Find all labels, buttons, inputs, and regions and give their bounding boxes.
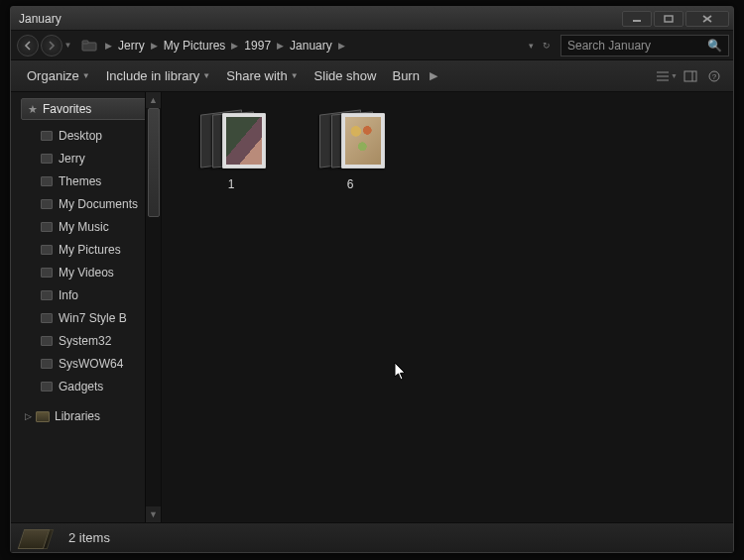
folder-icon — [41, 313, 53, 323]
sidebar-item-info[interactable]: Info — [11, 283, 161, 306]
chevron-down-icon: ▼ — [291, 71, 299, 80]
search-input[interactable]: Search January 🔍 — [560, 35, 729, 56]
chevron-right-icon: ▶ — [229, 41, 240, 51]
favorites-header[interactable]: ★ Favorites — [21, 98, 155, 120]
folder-icon — [41, 359, 53, 369]
breadcrumb-item[interactable]: January — [286, 39, 336, 53]
sidebar-scrollbar[interactable]: ▲ ▼ — [145, 92, 161, 522]
slideshow-button[interactable]: Slide show — [307, 64, 385, 88]
folder-icon — [41, 222, 53, 232]
chevron-right-icon: ▶ — [103, 41, 114, 51]
help-button[interactable]: ? — [703, 66, 725, 86]
forward-button[interactable] — [41, 35, 62, 56]
chevron-down-icon[interactable]: ▾ — [529, 41, 534, 51]
scroll-up-button[interactable]: ▲ — [146, 92, 161, 108]
sidebar-item-mydocuments[interactable]: My Documents — [11, 192, 161, 215]
chevron-right-icon: ▶ — [275, 41, 286, 51]
sidebar-item-win7styleb[interactable]: Win7 Style B — [11, 306, 161, 329]
back-button[interactable] — [17, 35, 39, 56]
chevron-right-icon: ▷ — [25, 411, 32, 421]
folder-icon — [41, 268, 53, 278]
minimize-button[interactable] — [622, 11, 652, 27]
burn-button[interactable]: Burn — [384, 64, 427, 88]
libraries-icon — [36, 411, 50, 422]
libraries-header[interactable]: ▷ Libraries — [11, 405, 161, 427]
maximize-icon — [664, 15, 674, 23]
svg-text:?: ? — [712, 72, 717, 81]
svg-rect-9 — [684, 71, 696, 81]
close-button[interactable] — [685, 11, 729, 27]
include-in-library-menu[interactable]: Include in library▼ — [98, 64, 219, 88]
folder-thumbnail — [196, 110, 266, 171]
folder-icon — [41, 154, 53, 164]
titlebar: January — [11, 7, 733, 31]
folder-icon — [41, 176, 53, 186]
sidebar-item-mymusic[interactable]: My Music — [11, 215, 161, 238]
arrow-left-icon — [23, 41, 33, 51]
maximize-button[interactable] — [654, 11, 683, 27]
svg-rect-1 — [665, 16, 673, 22]
chevron-down-icon: ▼ — [671, 72, 678, 79]
folder-item[interactable]: 1 — [191, 110, 271, 191]
pane-icon — [683, 70, 697, 82]
folder-icon — [41, 245, 53, 255]
sidebar-item-gadgets[interactable]: Gadgets — [11, 375, 161, 397]
folder-icon — [19, 527, 59, 549]
folder-icon — [41, 382, 53, 392]
share-with-menu[interactable]: Share with▼ — [218, 64, 306, 88]
breadcrumb-item[interactable]: 1997 — [240, 39, 275, 53]
sidebar-item-desktop[interactable]: Desktop — [11, 124, 161, 147]
refresh-button[interactable]: ↻ — [543, 41, 551, 51]
minimize-icon — [632, 15, 642, 23]
svg-rect-5 — [82, 41, 88, 44]
sidebar-item-themes[interactable]: Themes — [11, 169, 161, 192]
folder-label: 6 — [347, 177, 354, 191]
folder-icon — [41, 336, 53, 346]
history-dropdown[interactable]: ▼ — [62, 35, 73, 56]
search-icon: 🔍 — [707, 39, 722, 53]
chevron-down-icon: ▼ — [202, 71, 210, 80]
nav-row: ▼ ▶ Jerry ▶ My Pictures ▶ 1997 ▶ January… — [11, 31, 733, 60]
chevron-down-icon: ▼ — [82, 71, 90, 80]
search-placeholder: Search January — [567, 39, 651, 53]
sidebar-item-mypictures[interactable]: My Pictures — [11, 238, 161, 261]
folder-icon — [41, 199, 53, 209]
preview-pane-button[interactable] — [680, 66, 701, 86]
window-title: January — [19, 12, 62, 26]
breadcrumb[interactable]: ▶ Jerry ▶ My Pictures ▶ 1997 ▶ January ▶ — [103, 35, 525, 56]
folder-thumbnail — [315, 110, 385, 171]
sidebar: ★ Favorites Desktop Jerry Themes My Docu… — [11, 92, 162, 522]
toolbar: Organize▼ Include in library▼ Share with… — [11, 60, 733, 92]
chevron-right-icon: ▶ — [149, 41, 160, 51]
sidebar-item-jerry[interactable]: Jerry — [11, 147, 161, 169]
sidebar-item-syswow64[interactable]: SysWOW64 — [11, 352, 161, 375]
chevron-right-icon: ▶ — [336, 41, 347, 51]
content-area[interactable]: 1 6 — [162, 92, 733, 522]
status-text: 2 items — [68, 530, 110, 545]
mouse-cursor-icon — [394, 362, 408, 382]
toolbar-overflow[interactable]: ▶ — [428, 69, 439, 82]
breadcrumb-item[interactable]: Jerry — [114, 39, 149, 53]
folder-icon — [79, 36, 99, 56]
folder-icon — [41, 131, 53, 141]
folder-label: 1 — [228, 177, 235, 191]
view-options-button[interactable]: ▼ — [656, 66, 678, 86]
star-icon: ★ — [28, 103, 38, 116]
sidebar-item-myvideos[interactable]: My Videos — [11, 261, 161, 283]
scroll-thumb[interactable] — [148, 108, 160, 217]
explorer-window: January ▼ ▶ Jerry ▶ My Pictures ▶ 199 — [10, 6, 734, 553]
breadcrumb-item[interactable]: My Pictures — [160, 39, 230, 53]
folder-item[interactable]: 6 — [310, 110, 390, 191]
status-bar: 2 items — [11, 522, 733, 552]
folder-icon — [41, 290, 53, 300]
scroll-down-button[interactable]: ▼ — [146, 506, 161, 522]
sidebar-item-system32[interactable]: System32 — [11, 329, 161, 352]
close-icon — [702, 15, 712, 23]
help-icon: ? — [707, 70, 721, 82]
organize-menu[interactable]: Organize▼ — [19, 64, 98, 88]
arrow-right-icon — [47, 41, 57, 51]
view-icon — [656, 70, 669, 82]
